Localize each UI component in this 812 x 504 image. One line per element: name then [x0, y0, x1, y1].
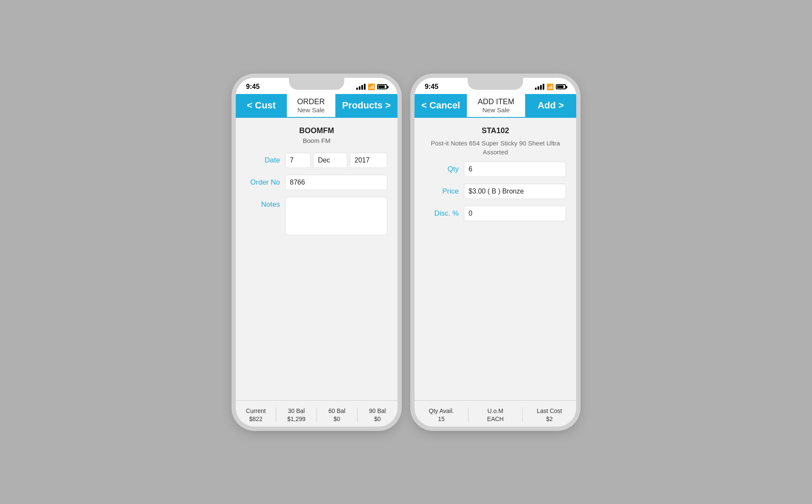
- balance-90: 90 Bal $0: [357, 407, 397, 422]
- info-bar: Qty Avail. 15 U.o.M EACH Last Cost $2: [415, 400, 576, 427]
- signal-icon-2: [535, 84, 544, 90]
- status-time-2: 9:45: [425, 83, 438, 91]
- date-month-input[interactable]: [313, 153, 347, 168]
- notes-inputs: [285, 197, 387, 235]
- price-row: Price: [425, 184, 566, 199]
- balance-bar: Current $822 30 Bal $1,299 60 Bal $0 90 …: [236, 400, 397, 427]
- date-row: Date: [246, 153, 387, 168]
- qty-label: Qty: [425, 162, 459, 174]
- status-icons-1: 📶: [356, 83, 387, 90]
- disc-label: Disc. %: [425, 206, 459, 218]
- wifi-icon-1: 📶: [368, 83, 375, 90]
- disc-inputs: [464, 206, 566, 221]
- nav-subtitle-1: New Sale: [297, 106, 325, 114]
- notch-2: [468, 78, 523, 90]
- cancel-button[interactable]: < Cancel: [415, 94, 467, 117]
- date-year-input[interactable]: [350, 153, 387, 168]
- nav-bar-2: < Cancel ADD ITEM New Sale Add >: [415, 94, 576, 118]
- status-icons-2: 📶: [535, 83, 566, 90]
- date-inputs: [285, 153, 387, 168]
- product-block: STA102 Post-it Notes 654 Super Sticky 90…: [425, 126, 566, 157]
- nav-title-1: ORDER: [297, 97, 325, 106]
- last-cost-info: Last Cost $2: [523, 407, 576, 422]
- add-item-content: STA102 Post-it Notes 654 Super Sticky 90…: [415, 118, 576, 400]
- product-code: STA102: [425, 126, 566, 135]
- notch: [289, 78, 344, 90]
- wifi-icon-2: 📶: [546, 83, 554, 90]
- date-day-input[interactable]: [285, 153, 311, 168]
- customer-id: BOOMFM: [246, 126, 387, 135]
- order-no-row: Order No: [246, 175, 387, 190]
- qty-row: Qty: [425, 162, 566, 177]
- phone-add-item: 9:45 📶 < Cancel ADD ITEM New Sale Add > …: [415, 78, 576, 427]
- balance-current: Current $822: [236, 407, 276, 422]
- nav-center-2: ADD ITEM New Sale: [467, 94, 525, 117]
- battery-icon-2: [556, 84, 566, 89]
- balance-30: 30 Bal $1,299: [276, 407, 317, 422]
- nav-title-2: ADD ITEM: [478, 97, 515, 106]
- notes-row: Notes: [246, 197, 387, 235]
- cust-button[interactable]: < Cust: [236, 94, 287, 117]
- battery-icon-1: [377, 84, 387, 89]
- nav-subtitle-2: New Sale: [482, 106, 509, 114]
- disc-row: Disc. %: [425, 206, 566, 221]
- order-no-label: Order No: [246, 175, 280, 187]
- add-button[interactable]: Add >: [525, 94, 576, 117]
- qty-avail-info: Qty Avail. 15: [415, 407, 469, 422]
- nav-center-1: ORDER New Sale: [287, 94, 335, 117]
- order-no-input[interactable]: [285, 175, 387, 190]
- signal-icon-1: [356, 84, 366, 90]
- date-label: Date: [246, 153, 280, 165]
- price-label: Price: [425, 184, 459, 196]
- balance-60: 60 Bal $0: [317, 407, 357, 422]
- phone-order: 9:45 📶 < Cust ORDER New Sale Products > …: [236, 78, 397, 427]
- status-time-1: 9:45: [246, 83, 260, 91]
- customer-name: Boom FM: [246, 137, 387, 144]
- product-desc: Post-it Notes 654 Super Sticky 90 Sheet …: [425, 139, 566, 157]
- uom-info: U.o.M EACH: [469, 407, 523, 422]
- nav-bar-1: < Cust ORDER New Sale Products >: [236, 94, 397, 118]
- customer-block: BOOMFM Boom FM: [246, 126, 387, 144]
- products-button[interactable]: Products >: [335, 94, 397, 117]
- notes-textarea[interactable]: [285, 197, 387, 235]
- qty-inputs: [464, 162, 566, 177]
- notes-label: Notes: [246, 197, 280, 209]
- price-input[interactable]: [464, 184, 566, 199]
- order-no-inputs: [285, 175, 387, 190]
- order-content: BOOMFM Boom FM Date Order No Notes: [236, 118, 397, 400]
- qty-input[interactable]: [464, 162, 566, 177]
- price-inputs: [464, 184, 566, 199]
- disc-input[interactable]: [464, 206, 566, 221]
